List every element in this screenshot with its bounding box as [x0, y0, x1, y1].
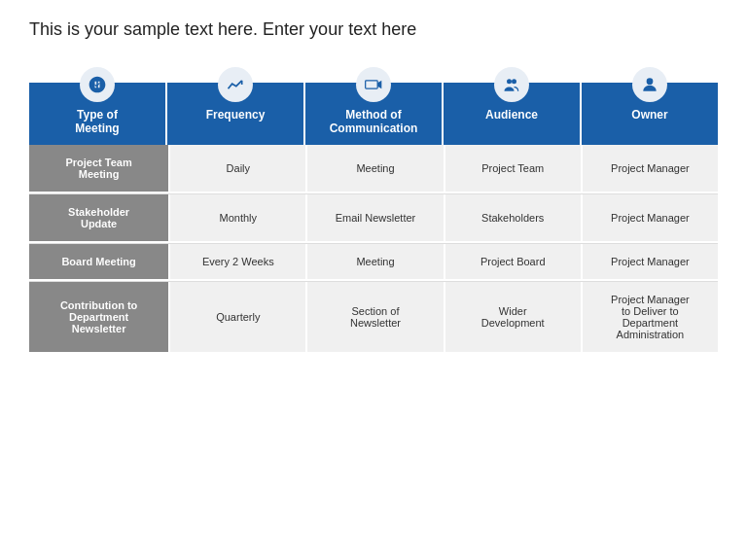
- row1-type: Project TeamMeeting: [29, 145, 170, 193]
- row2-owner: Project Manager: [583, 194, 718, 243]
- row2-frequency: Monthly: [170, 194, 307, 243]
- svg-point-5: [647, 78, 654, 85]
- col-method-label: Method ofCommunication: [311, 108, 436, 135]
- table-row: Contribution toDepartmentNewsletter Quar…: [29, 282, 718, 352]
- svg-rect-1: [366, 81, 378, 88]
- row4-audience: WiderDevelopment: [445, 282, 583, 352]
- handshake-icon: [80, 67, 115, 102]
- row3-frequency: Every 2 Weeks: [170, 244, 307, 281]
- row2-method: Email Newsletter: [307, 194, 445, 243]
- row3-type: Board Meeting: [29, 244, 170, 281]
- col-type-label: Type ofMeeting: [35, 108, 160, 135]
- table-row: Board Meeting Every 2 Weeks Meeting Proj…: [29, 244, 718, 282]
- table-row: Project TeamMeeting Daily Meeting Projec…: [29, 145, 718, 194]
- row1-owner: Project Manager: [583, 145, 718, 193]
- page-title: This is your sample text here. Enter you…: [29, 19, 718, 40]
- row2-audience: Stakeholders: [445, 194, 583, 243]
- row4-owner: Project Managerto Deliver toDepartmentAd…: [583, 282, 718, 352]
- communication-table: Type ofMeeting Frequency: [29, 59, 718, 352]
- svg-point-4: [512, 79, 516, 84]
- svg-point-3: [507, 79, 512, 84]
- col-owner: Owner: [582, 83, 718, 145]
- row1-method: Meeting: [307, 145, 445, 193]
- person-icon: [632, 67, 667, 102]
- row1-audience: Project Team: [445, 145, 583, 193]
- row4-method: Section ofNewsletter: [307, 282, 445, 352]
- row3-audience: Project Board: [445, 244, 583, 281]
- table-row: StakeholderUpdate Monthly Email Newslett…: [29, 194, 718, 244]
- col-audience-label: Audience: [449, 108, 574, 122]
- row4-frequency: Quarterly: [170, 282, 307, 352]
- col-frequency-label: Frequency: [173, 108, 298, 122]
- col-type: Type ofMeeting: [29, 83, 167, 145]
- col-frequency: Frequency: [167, 83, 305, 145]
- row4-type: Contribution toDepartmentNewsletter: [29, 282, 170, 352]
- camera-icon: [356, 67, 391, 102]
- row3-owner: Project Manager: [583, 244, 718, 281]
- chart-icon: [218, 67, 253, 102]
- col-method: Method ofCommunication: [305, 83, 444, 145]
- row2-type: StakeholderUpdate: [29, 194, 170, 243]
- col-owner-label: Owner: [587, 108, 712, 122]
- col-audience: Audience: [444, 83, 582, 145]
- table-header: Type ofMeeting Frequency: [29, 83, 718, 145]
- row3-method: Meeting: [307, 244, 445, 281]
- group-icon: [494, 67, 529, 102]
- row1-frequency: Daily: [170, 145, 307, 193]
- table-body: Project TeamMeeting Daily Meeting Projec…: [29, 145, 718, 352]
